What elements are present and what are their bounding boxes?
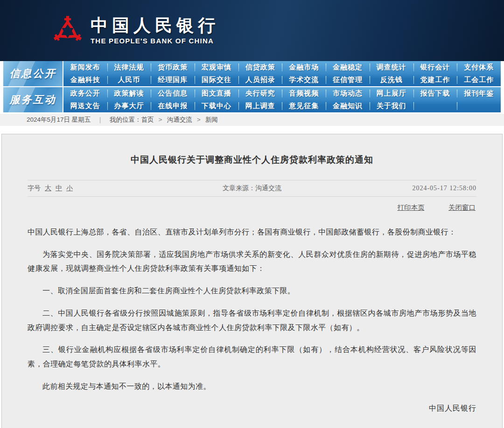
article-actions: 打印本页 关闭窗口 bbox=[28, 197, 476, 214]
fontsize-controls: 字号大中小 bbox=[28, 184, 164, 193]
nav-item[interactable]: 公告信息 bbox=[151, 87, 195, 100]
nav-section-service-interaction: 服务互动政务公开政策解读公告信息图文直播央行研究音频视频市场动态网上展厅报告下载… bbox=[3, 87, 501, 112]
nav-item[interactable]: 市场动态 bbox=[326, 87, 370, 100]
breadcrumb-separator: > bbox=[197, 117, 201, 124]
nav-item[interactable]: 人民币 bbox=[107, 74, 151, 86]
nav-item-empty bbox=[413, 100, 457, 112]
fontsize-label: 字号 bbox=[28, 185, 41, 192]
breadcrumb-item[interactable]: 新闻 bbox=[205, 116, 218, 123]
pboc-logo-icon bbox=[52, 12, 83, 49]
article-body: 中国人民银行上海总部，各省、自治区、直辖市及计划单列市分行；各国有商业银行，中国… bbox=[28, 225, 476, 393]
nav-item[interactable]: 金融知识 bbox=[326, 100, 370, 112]
nav-item[interactable]: 反洗钱 bbox=[370, 74, 413, 86]
signature-org: 中国人民银行 bbox=[28, 404, 476, 414]
nav-item[interactable]: 经理国库 bbox=[151, 74, 195, 86]
nav-item[interactable]: 货币政策 bbox=[151, 61, 195, 74]
site-header: 中国人民银行 THE PEOPLE'S BANK OF CHINA bbox=[0, 0, 504, 61]
breadcrumb-item[interactable]: 沟通交流 bbox=[167, 116, 192, 123]
nav-item[interactable]: 金融稳定 bbox=[326, 61, 370, 74]
nav-item[interactable]: 网上展厅 bbox=[370, 87, 413, 100]
nav-item[interactable]: 办事大厅 bbox=[107, 100, 151, 112]
brand-block: 中国人民银行 THE PEOPLE'S BANK OF CHINA bbox=[91, 16, 219, 45]
nav-item[interactable]: 新闻发布 bbox=[63, 61, 107, 74]
nav-item[interactable]: 网上调查 bbox=[238, 100, 282, 112]
nav-item[interactable]: 银行会计 bbox=[413, 61, 457, 74]
nav-item[interactable]: 工会工作 bbox=[457, 74, 501, 86]
nav-item[interactable]: 报告下载 bbox=[413, 87, 457, 100]
nav-item[interactable]: 法律法规 bbox=[107, 61, 151, 74]
nav-item[interactable]: 在线申报 bbox=[151, 100, 195, 112]
fontsize-option[interactable]: 大 bbox=[45, 185, 51, 192]
article-meta-row: 字号大中小 文章来源：沟通交流 2024-05-17 12:58:00 bbox=[28, 180, 476, 197]
source-label: 文章来源： bbox=[223, 185, 255, 192]
nav-item-empty bbox=[457, 100, 501, 112]
location-label: 我的位置： bbox=[110, 116, 141, 123]
article-paragraph: 为落实党中央、国务院决策部署，适应我国房地产市场供求关系的新变化、人民群众对优质… bbox=[28, 248, 476, 276]
source-value: 沟通交流 bbox=[255, 185, 281, 192]
nav-item[interactable]: 国际交往 bbox=[195, 74, 238, 86]
article-card: 中国人民银行关于调整商业性个人住房贷款利率政策的通知 字号大中小 文章来源：沟通… bbox=[1, 134, 503, 428]
current-date: 2024年5月17日 星期五 bbox=[27, 116, 91, 123]
nav-grid: 政务公开政策解读公告信息图文直播央行研究音频视频市场动态网上展厅报告下载报刊年鉴… bbox=[63, 87, 501, 112]
print-page-link[interactable]: 打印本页 bbox=[397, 204, 424, 211]
article-paragraph: 二、中国人民银行各省级分行按照因城施策原则，指导各省级市场利率定价自律机制，根据… bbox=[28, 306, 476, 335]
nav-item[interactable]: 网送文告 bbox=[63, 100, 107, 112]
nav-item[interactable]: 图文直播 bbox=[195, 87, 238, 100]
nav-item[interactable]: 政务公开 bbox=[63, 87, 107, 100]
article-paragraph: 此前相关规定与本通知不一致的，以本通知为准。 bbox=[28, 380, 476, 394]
nav-item[interactable]: 意见征集 bbox=[282, 100, 326, 112]
nav-item[interactable]: 音频视频 bbox=[282, 87, 326, 100]
brand-name-en: THE PEOPLE'S BANK OF CHINA bbox=[91, 37, 219, 45]
nav-item[interactable]: 学术交流 bbox=[282, 74, 326, 86]
breadcrumb-divider: ｜ bbox=[97, 116, 103, 123]
nav-item[interactable]: 支付体系 bbox=[457, 61, 501, 74]
nav-item[interactable]: 信贷政策 bbox=[238, 61, 282, 74]
nav-grid: 新闻发布法律法规货币政策宏观审慎信贷政策金融市场金融稳定调查统计银行会计支付体系… bbox=[63, 61, 501, 86]
breadcrumb: 2024年5月17日 星期五 ｜ 我的位置：首页>沟通交流>新闻 bbox=[0, 114, 504, 126]
breadcrumb-item[interactable]: 首页 bbox=[141, 116, 154, 123]
breadcrumb-separator: > bbox=[159, 117, 162, 124]
article-paragraph: 三、银行业金融机构应根据各省级市场利率定价自律机制确定的利率下限（如有），结合本… bbox=[28, 343, 476, 371]
nav-item[interactable]: 政策解读 bbox=[107, 87, 151, 100]
article-paragraph: 一、取消全国层面首套住房和二套住房商业性个人住房贷款利率政策下限。 bbox=[28, 284, 476, 298]
nav-item[interactable]: 金融市场 bbox=[282, 61, 326, 74]
nav-item[interactable]: 征信管理 bbox=[326, 74, 370, 86]
main-nav: 信息公开新闻发布法律法规货币政策宏观审慎信贷政策金融市场金融稳定调查统计银行会计… bbox=[3, 61, 501, 112]
nav-item[interactable]: 人员招录 bbox=[238, 74, 282, 86]
article-signature: 中国人民银行 2024年5月17日 bbox=[28, 404, 476, 428]
article-datetime: 2024-05-17 12:58:00 bbox=[340, 185, 476, 192]
nav-item[interactable]: 金融科技 bbox=[63, 74, 107, 86]
nav-item[interactable]: 调查统计 bbox=[370, 61, 413, 74]
nav-item[interactable]: 下载中心 bbox=[195, 100, 238, 112]
close-window-link[interactable]: 关闭窗口 bbox=[448, 204, 476, 211]
article-source: 文章来源：沟通交流 bbox=[164, 184, 341, 193]
fontsize-option[interactable]: 中 bbox=[56, 185, 62, 192]
article-paragraph: 中国人民银行上海总部，各省、自治区、直辖市及计划单列市分行；各国有商业银行，中国… bbox=[28, 225, 476, 240]
nav-item[interactable]: 报刊年鉴 bbox=[457, 87, 501, 100]
article-title: 中国人民银行关于调整商业性个人住房贷款利率政策的通知 bbox=[28, 154, 476, 166]
fontsize-option[interactable]: 小 bbox=[66, 185, 73, 192]
nav-section-label[interactable]: 信息公开 bbox=[3, 61, 63, 86]
nav-item[interactable]: 关于我们 bbox=[370, 100, 413, 112]
nav-item[interactable]: 央行研究 bbox=[238, 87, 282, 100]
nav-item[interactable]: 党建工作 bbox=[413, 74, 457, 86]
brand-name-cn: 中国人民银行 bbox=[91, 16, 219, 35]
nav-section-info-disclosure: 信息公开新闻发布法律法规货币政策宏观审慎信贷政策金融市场金融稳定调查统计银行会计… bbox=[3, 61, 501, 86]
nav-section-label[interactable]: 服务互动 bbox=[3, 87, 63, 112]
nav-item[interactable]: 宏观审慎 bbox=[195, 61, 238, 74]
